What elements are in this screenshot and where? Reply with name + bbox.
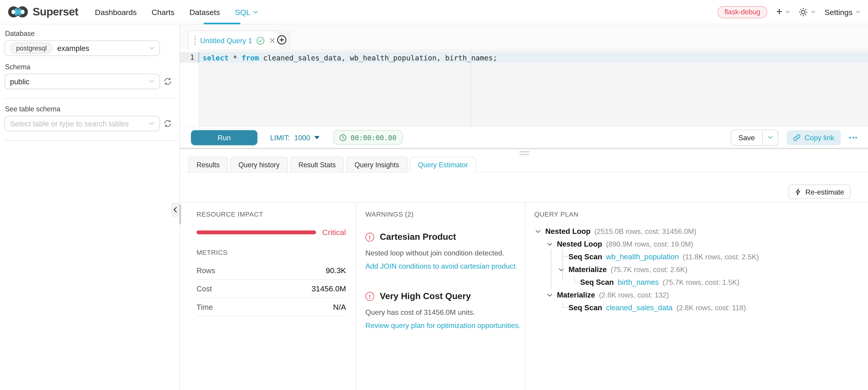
query-plan-column: QUERY PLAN Nested Loop (534, 203, 861, 314)
collapse-sidebar-button[interactable] (171, 202, 179, 217)
plan-node: Seq Scan birth_names (75.7K rows, cost: … (534, 276, 861, 289)
metric-value: 90.3K (326, 266, 346, 275)
schema-select[interactable]: public (4, 73, 160, 89)
save-button[interactable]: Save (731, 130, 762, 145)
run-button[interactable]: Run (191, 130, 257, 145)
metrics-title: METRICS (196, 249, 346, 257)
impact-level-label: Critical (322, 228, 346, 237)
query-timer: 00:00:00.00 (333, 130, 402, 145)
plan-node: Materialize (75.7K rows, cost: 2.6K) (534, 263, 861, 276)
sql-code-editor[interactable]: 1 select*fromcleaned_sales_data, wb_heal… (180, 49, 868, 126)
column-divider (356, 203, 356, 390)
metric-row: Time N/A (196, 298, 346, 316)
plan-table-link[interactable]: wb_health_population (606, 253, 679, 261)
add-query-tab-button[interactable] (277, 35, 287, 45)
superset-logo[interactable]: Superset (8, 5, 79, 18)
line-number: 1 (180, 53, 194, 62)
chevron-down-icon (149, 122, 154, 125)
chevron-down-icon (786, 10, 790, 13)
tree-branch-tick (562, 257, 568, 257)
query-plan-tree: Nested Loop (2515.0B rows, cost: 31456.0… (534, 225, 861, 314)
tree-guide-line (562, 249, 562, 280)
link-icon (793, 134, 800, 141)
nav-item-sql[interactable]: SQL (235, 7, 258, 17)
superset-sql-lab: Superset Dashboards Charts Datasets SQL … (0, 0, 868, 390)
limit-value: 1000 (294, 133, 310, 142)
sidebar-resize-handle[interactable] (179, 204, 181, 224)
alert-circle-icon: ! (365, 233, 374, 242)
metric-label: Time (196, 303, 213, 311)
pane-resize-handle[interactable] (519, 151, 529, 155)
refresh-tables-icon[interactable] (164, 120, 172, 127)
sidebar-divider (4, 98, 175, 98)
warning-title: Very High Cost Query (380, 291, 471, 301)
save-dropdown-button[interactable] (762, 130, 777, 145)
table-schema-label: See table schema (5, 105, 175, 113)
column-divider (525, 203, 525, 390)
sql-editor-panel: Untitled Query 1 (180, 24, 868, 390)
close-tab-icon[interactable] (270, 38, 275, 43)
schema-label: Schema (5, 63, 175, 71)
metric-value: 31456.0M (312, 284, 346, 293)
plan-node-detail: (2.8K rows, cost: 118) (676, 304, 746, 312)
plan-node: Materialize (2.8K rows, cost: 132) (534, 289, 861, 301)
metric-value: N/A (333, 302, 346, 311)
nav-item-dashboards[interactable]: Dashboards (95, 7, 137, 17)
plan-node-detail: (2.8K rows, cost: 132) (599, 291, 669, 299)
warning-body: Nested loop without join condition detec… (365, 249, 523, 257)
sql-keyword: from (242, 53, 259, 62)
resource-impact-title: RESOURCE IMPACT (196, 210, 346, 218)
new-item-menu[interactable]: + (776, 7, 790, 17)
sql-star: * (233, 53, 237, 62)
table-select-placeholder: Select table or type to search tables (10, 119, 129, 128)
tab-results[interactable]: Results (188, 157, 228, 172)
theme-menu[interactable] (799, 7, 815, 17)
warning-link[interactable]: Add JOIN conditions to avoid cartesian p… (365, 262, 523, 270)
query-plan-title: QUERY PLAN (534, 210, 861, 218)
settings-menu[interactable]: Settings (825, 7, 860, 17)
plan-node-name: Nested Loop (545, 227, 590, 236)
plan-table-link[interactable]: birth_names (618, 278, 659, 287)
editor-toolbar: Run LIMIT: 1000 00:00:00.00 (180, 126, 868, 149)
drag-grip-icon[interactable] (194, 36, 196, 46)
resource-impact-column: RESOURCE IMPACT Critical METRICS Rows 90… (196, 203, 346, 317)
tab-query-history[interactable]: Query history (230, 157, 288, 172)
chevron-down-icon[interactable] (546, 242, 557, 246)
limit-dropdown[interactable]: LIMIT: 1000 (270, 133, 320, 142)
plan-table-link[interactable]: cleaned_sales_data (606, 304, 673, 312)
query-tab-title: Untitled Query 1 (200, 36, 252, 45)
plan-node: Seq Scan wb_health_population (11.8K row… (534, 250, 861, 263)
reestimate-button[interactable]: Re-estimate (788, 184, 851, 199)
tab-query-estimator[interactable]: Query Estimator (410, 157, 476, 173)
query-success-icon (257, 36, 265, 45)
warning-title: Cartesian Product (380, 232, 456, 242)
nav-item-charts[interactable]: Charts (152, 7, 175, 17)
nav-item-datasets[interactable]: Datasets (189, 7, 220, 17)
sql-lab-sidebar: Database postgresql examples Schema publ… (0, 24, 180, 390)
plan-node-detail: (75.7K rows, cost: 2.6K) (611, 266, 687, 274)
timer-value: 00:00:00.00 (351, 133, 397, 142)
plan-node-name: Seq Scan (568, 304, 602, 312)
chevron-down-icon[interactable] (546, 293, 557, 297)
copy-link-button[interactable]: Copy link (786, 130, 841, 145)
refresh-schemas-icon[interactable] (164, 78, 172, 85)
text-cursor (198, 52, 199, 62)
tab-result-stats[interactable]: Result Stats (290, 157, 344, 172)
chevron-down-icon[interactable] (558, 268, 569, 271)
metric-label: Cost (196, 284, 212, 293)
warning-link[interactable]: Review query plan for optimization oppor… (365, 321, 523, 330)
plan-node-detail: (2515.0B rows, cost: 31456.0M) (594, 227, 696, 236)
active-nav-indicator (204, 23, 240, 24)
table-select[interactable]: Select table or type to search tables (4, 116, 160, 131)
plan-node-detail: (11.8K rows, cost: 2.5K) (683, 253, 759, 261)
chevron-down-icon[interactable] (534, 230, 545, 233)
database-type-tag: postgresql (10, 43, 53, 54)
database-select-value: examples (57, 44, 89, 53)
estimator-columns: RESOURCE IMPACT Critical METRICS Rows 90… (180, 202, 868, 390)
chevron-down-icon (811, 10, 816, 13)
metrics-section: METRICS Rows 90.3K Cost 31456.0M (196, 249, 346, 316)
database-select[interactable]: postgresql examples (4, 40, 160, 56)
tab-query-insights[interactable]: Query Insights (346, 157, 407, 172)
more-actions-button[interactable] (849, 137, 857, 138)
query-tab[interactable]: Untitled Query 1 (188, 30, 280, 50)
